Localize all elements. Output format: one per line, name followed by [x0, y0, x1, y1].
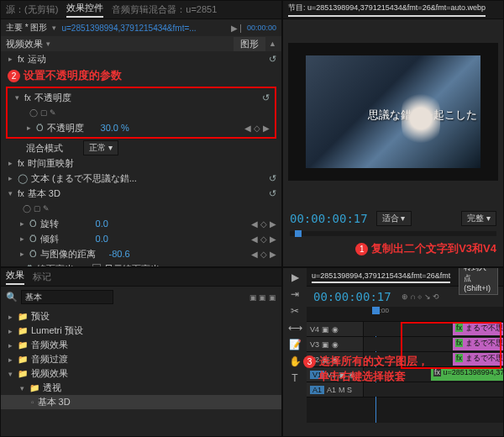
- source-link[interactable]: u=2851398994,3791215434&fmt=...: [61, 24, 196, 33]
- param-rotation[interactable]: 旋转: [40, 218, 59, 230]
- track-header-v3[interactable]: V3: [310, 340, 319, 349]
- callout-2-text: 设置不透明度的参数: [24, 69, 122, 82]
- opacity-value[interactable]: 30.0 %: [101, 123, 129, 133]
- opacity-label[interactable]: 不透明度: [47, 122, 84, 134]
- track-header-v4[interactable]: V4: [310, 325, 319, 334]
- reset-icon[interactable]: ↺: [262, 92, 270, 103]
- pen-tool-icon[interactable]: 📝: [289, 339, 302, 350]
- fx-basic3d[interactable]: 基本 3D: [28, 187, 60, 200]
- fx-motion[interactable]: 运动: [28, 53, 46, 66]
- type-tool-icon[interactable]: T: [291, 372, 297, 384]
- tab-audio-mixer[interactable]: 音频剪辑混合器：u=2851: [112, 3, 217, 16]
- ripple-tool-icon[interactable]: ✂: [291, 305, 299, 317]
- param-distance[interactable]: 与图像的距离: [40, 248, 96, 261]
- timeline-toolbar: ▶ ⇥ ✂ ⟷ 📝 ✋ T: [283, 268, 307, 436]
- fit-dropdown[interactable]: 适合 ▾: [376, 211, 412, 226]
- section-video-effects: 视频效果: [6, 38, 43, 50]
- resolution-dropdown[interactable]: 完整 ▾: [461, 211, 496, 226]
- keyframe-nav[interactable]: ◀ ◇ ▶: [244, 124, 270, 133]
- folder-lumetri[interactable]: Lumetri 预设: [31, 324, 83, 337]
- clip-v1[interactable]: fx u=2851398994,37912154: [431, 368, 503, 381]
- time-ruler[interactable]: 00:00: [307, 307, 503, 322]
- effects-search-input[interactable]: [21, 290, 113, 304]
- callout-badge-2: 2: [8, 70, 20, 82]
- tab-markers[interactable]: 标记: [33, 271, 51, 283]
- tab-effects[interactable]: 效果: [6, 269, 24, 285]
- callout-3-text-l1: 选择所有的文字图层，: [319, 355, 428, 367]
- folder-perspective[interactable]: 透视: [43, 382, 61, 394]
- effect-basic3d[interactable]: 基本 3D: [38, 396, 71, 408]
- fx-text[interactable]: 文本 (まるで不思議な錯...: [31, 172, 137, 185]
- callout-3-text-l2: 单击右键选择嵌套: [318, 370, 406, 382]
- tab-effect-controls[interactable]: 效果控件: [66, 2, 103, 18]
- scrubber-handle[interactable]: [295, 230, 302, 237]
- timeline-panel: ▶ ⇥ ✂ ⟷ 📝 ✋ T u=2851398994,3791215434&fm…: [282, 267, 504, 437]
- program-monitor-panel: 节目: u=2851398994,3791215434&fmt=26&fmt=a…: [282, 0, 504, 267]
- callout-1-text: 复制出二个文字到V3和V4: [371, 242, 496, 255]
- master-label: 主要 * 图形: [6, 22, 47, 34]
- mini-timecode: 00:00:00: [247, 24, 276, 32]
- callout-badge-1: 1: [355, 243, 368, 255]
- folder-audio-trans[interactable]: 音频过渡: [31, 353, 68, 366]
- folder-audio-fx[interactable]: 音频效果: [31, 339, 68, 351]
- tab-source[interactable]: 源：(无剪辑): [6, 3, 58, 16]
- distance-value[interactable]: -80.6: [109, 249, 130, 259]
- effects-panel: 效果 标记 🔍 ▣ ▣ ▣ ▸📁预设 ▸📁Lumetri 预设 ▸📁音频效果 ▸…: [0, 267, 282, 437]
- track-header-a1[interactable]: A1: [327, 386, 336, 394]
- clip-v3[interactable]: fx まるで不思議な錯覚を起: [453, 338, 503, 350]
- playhead-marker[interactable]: [372, 307, 380, 314]
- param-tilt[interactable]: 倾斜: [40, 233, 59, 245]
- blend-mode-label: 混合模式: [26, 142, 63, 155]
- sequence-tab[interactable]: u=2851398994,3791215434&fmt=26&fmt: [312, 271, 450, 283]
- preview-overlay-text: 思議な錯覚を起こした: [368, 108, 477, 123]
- program-tab[interactable]: 节目: u=2851398994,3791215434&fmt=26&fmt=a…: [288, 3, 486, 17]
- track-select-icon[interactable]: ⇥: [291, 288, 299, 300]
- hand-tool-icon[interactable]: ✋: [289, 355, 302, 367]
- callout-badge-3: 3: [303, 355, 316, 368]
- tilt-value[interactable]: 0.0: [96, 234, 108, 244]
- program-preview[interactable]: 思議な錯覚を起こした: [288, 43, 498, 181]
- timeline-timecode[interactable]: 00:00:00:17: [313, 290, 391, 303]
- clip-v2[interactable]: fx まるで不思議な錯覚を起: [453, 353, 503, 366]
- blend-mode-dropdown[interactable]: 正常 ▾: [83, 140, 118, 155]
- reset-icon[interactable]: ↺: [269, 54, 276, 65]
- clip-v4[interactable]: fx まるで不思議な錯覚を起: [453, 323, 503, 335]
- effect-controls-panel: 源：(无剪辑) 效果控件 音频剪辑混合器：u=2851 主要 * 图形 ▾ u=…: [0, 0, 282, 267]
- fx-timeremap[interactable]: 时间重映射: [28, 157, 74, 170]
- timeline-tab-graphic[interactable]: 图形: [234, 37, 265, 51]
- rotation-value[interactable]: 0.0: [96, 218, 108, 229]
- razor-tool-icon[interactable]: ⟷: [288, 322, 302, 334]
- fx-opacity[interactable]: 不透明度: [34, 92, 71, 104]
- folder-video-fx[interactable]: 视频效果: [31, 367, 68, 380]
- folder-presets[interactable]: 预设: [31, 310, 50, 323]
- program-timecode[interactable]: 00:00:00:17: [290, 212, 368, 225]
- selection-tool-icon[interactable]: ▶: [291, 271, 299, 283]
- search-icon[interactable]: 🔍: [6, 292, 18, 303]
